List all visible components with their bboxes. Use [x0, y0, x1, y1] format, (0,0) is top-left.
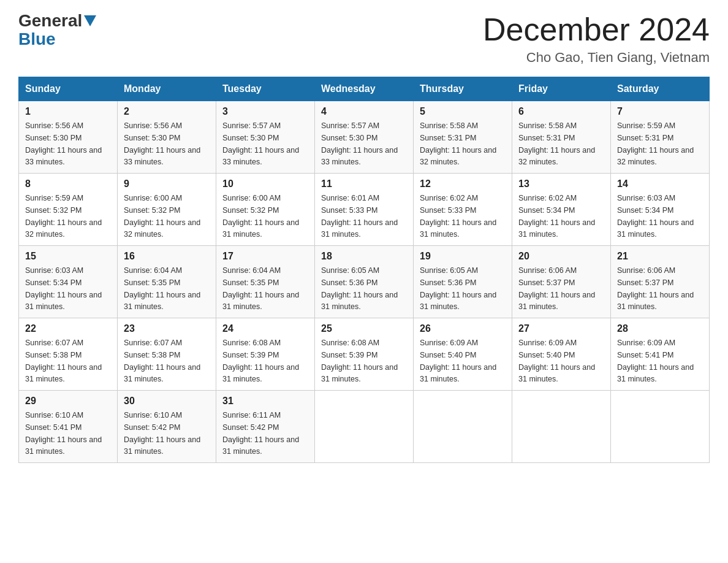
day-info: Sunrise: 6:09 AMSunset: 5:41 PMDaylight:…: [617, 339, 694, 383]
calendar-cell: 13 Sunrise: 6:02 AMSunset: 5:34 PMDaylig…: [512, 174, 611, 246]
day-info: Sunrise: 6:00 AMSunset: 5:32 PMDaylight:…: [124, 194, 200, 239]
day-info: Sunrise: 6:05 AMSunset: 5:36 PMDaylight:…: [321, 266, 398, 311]
calendar-cell: 27 Sunrise: 6:09 AMSunset: 5:40 PMDaylig…: [512, 318, 611, 391]
day-info: Sunrise: 5:56 AMSunset: 5:30 PMDaylight:…: [25, 121, 102, 166]
day-number: 9: [124, 178, 210, 190]
day-number: 20: [518, 251, 604, 262]
calendar-cell: 29 Sunrise: 6:10 AMSunset: 5:41 PMDaylig…: [19, 391, 118, 463]
calendar-cell: 8 Sunrise: 5:59 AMSunset: 5:32 PMDayligh…: [19, 174, 118, 246]
day-info: Sunrise: 6:04 AMSunset: 5:35 PMDaylight:…: [222, 266, 299, 311]
day-info: Sunrise: 6:10 AMSunset: 5:41 PMDaylight:…: [25, 411, 102, 456]
header-day-wednesday: Wednesday: [315, 77, 414, 101]
header-day-friday: Friday: [512, 77, 611, 101]
calendar-cell: 9 Sunrise: 6:00 AMSunset: 5:32 PMDayligh…: [118, 174, 216, 246]
day-info: Sunrise: 6:05 AMSunset: 5:36 PMDaylight:…: [420, 266, 496, 311]
day-number: 2: [124, 106, 210, 117]
calendar-cell: 3 Sunrise: 5:57 AMSunset: 5:30 PMDayligh…: [216, 101, 315, 174]
logo-blue-text: Blue: [18, 29, 56, 49]
week-row-3: 15 Sunrise: 6:03 AMSunset: 5:34 PMDaylig…: [19, 246, 710, 318]
calendar-cell: 14 Sunrise: 6:03 AMSunset: 5:34 PMDaylig…: [611, 174, 710, 246]
calendar-body: 1 Sunrise: 5:56 AMSunset: 5:30 PMDayligh…: [19, 101, 710, 463]
day-number: 8: [25, 178, 111, 190]
day-number: 31: [222, 396, 308, 407]
week-row-1: 1 Sunrise: 5:56 AMSunset: 5:30 PMDayligh…: [19, 101, 710, 174]
day-number: 29: [25, 396, 111, 407]
calendar-cell: 7 Sunrise: 5:59 AMSunset: 5:31 PMDayligh…: [611, 101, 710, 174]
day-info: Sunrise: 6:08 AMSunset: 5:39 PMDaylight:…: [222, 339, 299, 383]
calendar-cell: 1 Sunrise: 5:56 AMSunset: 5:30 PMDayligh…: [19, 101, 118, 174]
calendar-cell: 17 Sunrise: 6:04 AMSunset: 5:35 PMDaylig…: [216, 246, 315, 318]
day-number: 3: [222, 106, 308, 117]
day-info: Sunrise: 5:58 AMSunset: 5:31 PMDaylight:…: [420, 121, 496, 166]
calendar-cell: 26 Sunrise: 6:09 AMSunset: 5:40 PMDaylig…: [414, 318, 512, 391]
logo: General Blue: [18, 12, 98, 49]
day-info: Sunrise: 6:07 AMSunset: 5:38 PMDaylight:…: [124, 339, 200, 383]
day-info: Sunrise: 6:10 AMSunset: 5:42 PMDaylight:…: [124, 411, 200, 456]
day-info: Sunrise: 6:06 AMSunset: 5:37 PMDaylight:…: [518, 266, 595, 311]
calendar-cell: 24 Sunrise: 6:08 AMSunset: 5:39 PMDaylig…: [216, 318, 315, 391]
day-info: Sunrise: 6:09 AMSunset: 5:40 PMDaylight:…: [518, 339, 595, 383]
day-info: Sunrise: 6:09 AMSunset: 5:40 PMDaylight:…: [420, 339, 496, 383]
calendar-cell: 15 Sunrise: 6:03 AMSunset: 5:34 PMDaylig…: [19, 246, 118, 318]
day-info: Sunrise: 6:08 AMSunset: 5:39 PMDaylight:…: [321, 339, 398, 383]
day-number: 26: [420, 323, 506, 334]
calendar-cell: [512, 391, 611, 463]
week-row-4: 22 Sunrise: 6:07 AMSunset: 5:38 PMDaylig…: [19, 318, 710, 391]
day-info: Sunrise: 6:06 AMSunset: 5:37 PMDaylight:…: [617, 266, 694, 311]
calendar-cell: 31 Sunrise: 6:11 AMSunset: 5:42 PMDaylig…: [216, 391, 315, 463]
calendar-cell: 5 Sunrise: 5:58 AMSunset: 5:31 PMDayligh…: [414, 101, 512, 174]
calendar-cell: 2 Sunrise: 5:56 AMSunset: 5:30 PMDayligh…: [118, 101, 216, 174]
day-number: 28: [617, 323, 703, 334]
day-info: Sunrise: 5:57 AMSunset: 5:30 PMDaylight:…: [321, 121, 398, 166]
header-day-sunday: Sunday: [19, 77, 118, 101]
day-number: 1: [25, 106, 111, 117]
title-area: December 2024 Cho Gao, Tien Giang, Vietn…: [483, 12, 710, 66]
day-info: Sunrise: 6:02 AMSunset: 5:34 PMDaylight:…: [518, 194, 595, 239]
day-info: Sunrise: 5:59 AMSunset: 5:32 PMDaylight:…: [25, 194, 102, 239]
month-title: December 2024: [483, 12, 710, 47]
day-info: Sunrise: 5:57 AMSunset: 5:30 PMDaylight:…: [222, 121, 299, 166]
day-number: 27: [518, 323, 604, 334]
calendar-cell: 4 Sunrise: 5:57 AMSunset: 5:30 PMDayligh…: [315, 101, 414, 174]
day-number: 30: [124, 396, 210, 407]
day-info: Sunrise: 6:07 AMSunset: 5:38 PMDaylight:…: [25, 339, 102, 383]
day-number: 25: [321, 323, 407, 334]
day-number: 7: [617, 106, 703, 117]
calendar-cell: 25 Sunrise: 6:08 AMSunset: 5:39 PMDaylig…: [315, 318, 414, 391]
day-number: 15: [25, 251, 111, 262]
calendar-cell: [611, 391, 710, 463]
day-number: 14: [617, 178, 703, 190]
day-info: Sunrise: 5:59 AMSunset: 5:31 PMDaylight:…: [617, 121, 694, 166]
day-number: 11: [321, 178, 407, 190]
day-info: Sunrise: 6:03 AMSunset: 5:34 PMDaylight:…: [617, 194, 694, 239]
day-info: Sunrise: 6:01 AMSunset: 5:33 PMDaylight:…: [321, 194, 398, 239]
calendar-cell: 23 Sunrise: 6:07 AMSunset: 5:38 PMDaylig…: [118, 318, 216, 391]
page-header: General Blue December 2024 Cho Gao, Tien…: [18, 12, 710, 66]
header-day-monday: Monday: [118, 77, 216, 101]
calendar-header: SundayMondayTuesdayWednesdayThursdayFrid…: [19, 77, 710, 101]
calendar-cell: 22 Sunrise: 6:07 AMSunset: 5:38 PMDaylig…: [19, 318, 118, 391]
day-number: 12: [420, 178, 506, 190]
header-day-saturday: Saturday: [611, 77, 710, 101]
day-info: Sunrise: 6:00 AMSunset: 5:32 PMDaylight:…: [222, 194, 299, 239]
day-number: 21: [617, 251, 703, 262]
day-info: Sunrise: 6:04 AMSunset: 5:35 PMDaylight:…: [124, 266, 200, 311]
day-number: 6: [518, 106, 604, 117]
header-row: SundayMondayTuesdayWednesdayThursdayFrid…: [19, 77, 710, 101]
day-info: Sunrise: 6:11 AMSunset: 5:42 PMDaylight:…: [222, 411, 299, 456]
logo-triangle-icon: [84, 15, 96, 26]
calendar-cell: 21 Sunrise: 6:06 AMSunset: 5:37 PMDaylig…: [611, 246, 710, 318]
week-row-2: 8 Sunrise: 5:59 AMSunset: 5:32 PMDayligh…: [19, 174, 710, 246]
calendar-cell: 18 Sunrise: 6:05 AMSunset: 5:36 PMDaylig…: [315, 246, 414, 318]
calendar-cell: 11 Sunrise: 6:01 AMSunset: 5:33 PMDaylig…: [315, 174, 414, 246]
calendar-cell: 19 Sunrise: 6:05 AMSunset: 5:36 PMDaylig…: [414, 246, 512, 318]
day-number: 23: [124, 323, 210, 334]
week-row-5: 29 Sunrise: 6:10 AMSunset: 5:41 PMDaylig…: [19, 391, 710, 463]
location: Cho Gao, Tien Giang, Vietnam: [483, 50, 710, 66]
header-day-tuesday: Tuesday: [216, 77, 315, 101]
calendar-cell: 28 Sunrise: 6:09 AMSunset: 5:41 PMDaylig…: [611, 318, 710, 391]
calendar-cell: 10 Sunrise: 6:00 AMSunset: 5:32 PMDaylig…: [216, 174, 315, 246]
day-info: Sunrise: 5:56 AMSunset: 5:30 PMDaylight:…: [124, 121, 200, 166]
day-info: Sunrise: 6:02 AMSunset: 5:33 PMDaylight:…: [420, 194, 496, 239]
calendar-cell: 30 Sunrise: 6:10 AMSunset: 5:42 PMDaylig…: [118, 391, 216, 463]
